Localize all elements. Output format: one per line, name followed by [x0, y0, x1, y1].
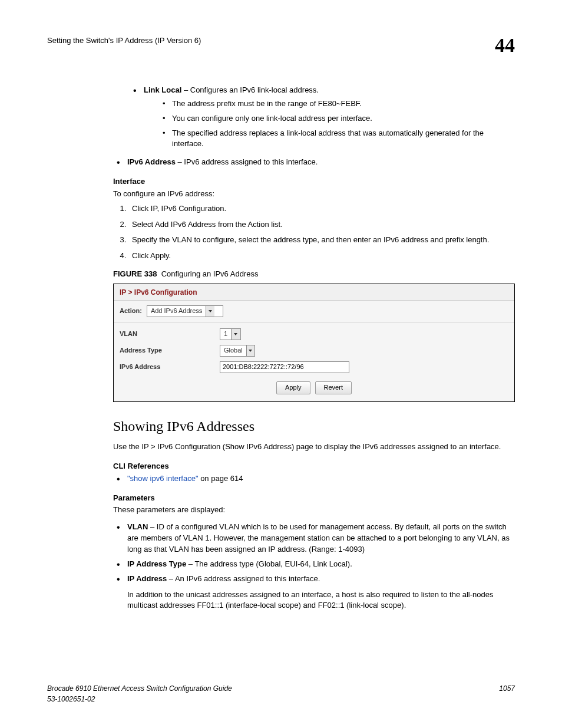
- ipv6-address-input[interactable]: 2001:DB8:2222:7272::72/96: [220, 361, 349, 373]
- ipv6-address-row: IPv6 Address 2001:DB8:2222:7272::72/96: [114, 359, 514, 375]
- footer-page-number: 1057: [499, 684, 515, 704]
- showing-ipv6-heading: Showing IPv6 Addresses: [113, 416, 515, 437]
- interface-steps: Click IP, IPv6 Configuration. Select Add…: [113, 203, 515, 262]
- param-vlan-label: VLAN: [127, 522, 148, 531]
- link-local-label: Link Local: [144, 85, 181, 94]
- address-type-label: Address Type: [120, 346, 220, 355]
- vlan-row: VLAN 1: [114, 326, 514, 342]
- cli-tail: on page 614: [199, 474, 243, 483]
- bullet-ipv6-address: IPv6 Address – IPv6 address assigned to …: [113, 157, 515, 168]
- dropdown-arrow-icon: [206, 306, 214, 317]
- figure-caption: FIGURE 338 Configuring an IPv6 Address: [113, 269, 515, 280]
- revert-button[interactable]: Revert: [315, 381, 352, 394]
- ipv6-input-label: IPv6 Address: [120, 363, 220, 372]
- sub-bullet: You can configure only one link-local ad…: [160, 113, 515, 124]
- cli-link[interactable]: "show ipv6 interface": [127, 474, 199, 483]
- param-ip-type: IP Address Type – The address type (Glob…: [113, 559, 515, 570]
- showing-intro: Use the IP > IPv6 Configuration (Show IP…: [113, 442, 515, 453]
- link-local-sublist: The address prefix must be in the range …: [160, 98, 515, 150]
- top-bullet-list: Link Local – Configures an IPv6 link-loc…: [130, 85, 515, 168]
- action-row: Action: Add IPv6 Address: [114, 301, 514, 322]
- parameters-list: VLAN – ID of a configured VLAN which is …: [113, 522, 515, 611]
- vlan-select-value: 1: [220, 330, 231, 339]
- sub-bullet: The specified address replaces a link-lo…: [160, 128, 515, 150]
- param-ip-type-desc: – The address type (Global, EUI-64, Link…: [186, 559, 352, 568]
- address-type-row: Address Type Global: [114, 342, 514, 359]
- interface-intro: To configure an IPv6 address:: [113, 189, 515, 200]
- address-type-value: Global: [220, 346, 246, 355]
- action-select[interactable]: Add IPv6 Address: [147, 305, 223, 317]
- cli-list: "show ipv6 interface" on page 614: [113, 473, 515, 485]
- param-vlan: VLAN – ID of a configured VLAN which is …: [113, 522, 515, 555]
- bullet-link-local: Link Local – Configures an IPv6 link-loc…: [130, 85, 515, 150]
- vlan-select[interactable]: 1: [220, 328, 241, 340]
- step-3: Specify the VLAN to configure, select th…: [128, 235, 515, 246]
- param-vlan-desc: – ID of a configured VLAN which is to be…: [127, 522, 510, 554]
- config-dialog-figure: IP > IPv6 Configuration Action: Add IPv6…: [113, 284, 515, 402]
- dropdown-arrow-icon: [231, 329, 240, 340]
- vlan-label: VLAN: [120, 330, 220, 339]
- step-4: Click Apply.: [128, 251, 515, 262]
- dialog-buttons: Apply Revert: [114, 375, 514, 401]
- param-ip-address-label: IP Address: [127, 574, 167, 583]
- chapter-number: 44: [495, 35, 515, 55]
- step-2: Select Add IPv6 Address from the Action …: [128, 219, 515, 230]
- cli-references-heading: CLI References: [113, 461, 515, 472]
- param-ip-type-label: IP Address Type: [127, 559, 186, 568]
- ipv6-address-label: IPv6 Address: [127, 157, 176, 166]
- cli-item: "show ipv6 interface" on page 614: [113, 473, 515, 485]
- step-1: Click IP, IPv6 Configuration.: [128, 203, 515, 215]
- running-header-title: Setting the Switch's IP Address (IP Vers…: [47, 35, 201, 47]
- action-label: Action:: [120, 307, 142, 316]
- parameters-intro: These parameters are displayed:: [113, 505, 515, 516]
- footer-doc-title: Brocade 6910 Ethernet Access Switch Conf…: [47, 684, 232, 694]
- footer-doc-number: 53-1002651-02: [47, 694, 232, 704]
- apply-button[interactable]: Apply: [276, 381, 310, 394]
- param-ip-address-desc: – An IPv6 address assigned to this inter…: [167, 574, 320, 583]
- link-local-desc: – Configures an IPv6 link-local address.: [181, 85, 319, 94]
- parameters-heading: Parameters: [113, 493, 515, 504]
- action-select-value: Add IPv6 Address: [147, 307, 206, 316]
- param-ip-address: IP Address – An IPv6 address assigned to…: [113, 574, 515, 612]
- dropdown-arrow-icon: [246, 345, 254, 356]
- address-type-select[interactable]: Global: [220, 345, 255, 357]
- figure-title: Configuring an IPv6 Address: [161, 269, 259, 278]
- interface-heading: Interface: [113, 176, 515, 187]
- dialog-breadcrumb: IP > IPv6 Configuration: [114, 284, 514, 301]
- ipv6-address-desc: – IPv6 address assigned to this interfac…: [176, 157, 318, 166]
- page-footer: Brocade 6910 Ethernet Access Switch Conf…: [47, 684, 515, 704]
- sub-bullet: The address prefix must be in the range …: [160, 98, 515, 110]
- figure-code: FIGURE 338: [113, 269, 157, 278]
- param-ip-address-extra: In addition to the unicast addresses ass…: [127, 589, 515, 612]
